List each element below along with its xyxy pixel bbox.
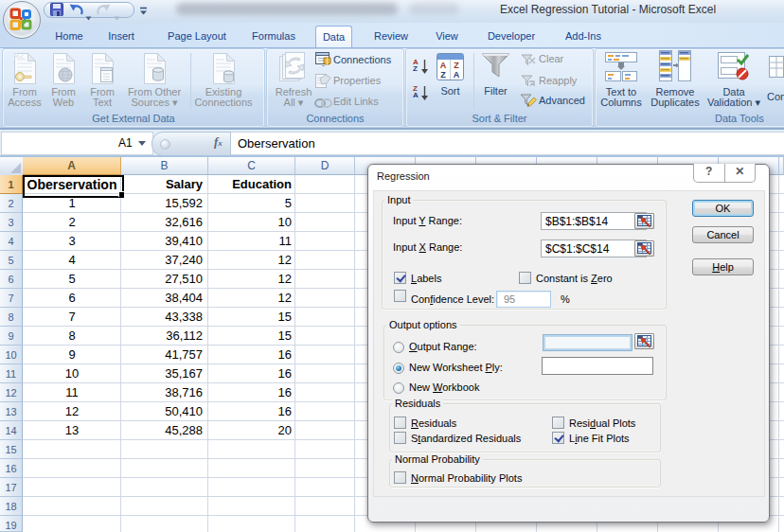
svg-text:A: A	[454, 70, 460, 80]
svg-text:Z: Z	[454, 61, 459, 70]
svg-text:Z: Z	[440, 70, 446, 80]
svg-text:A: A	[440, 61, 447, 70]
